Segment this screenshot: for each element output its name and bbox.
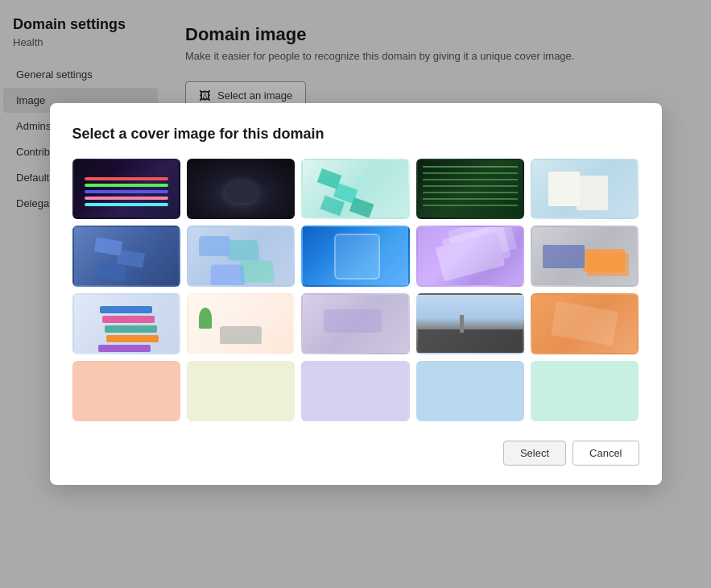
image-cell-tablet-app[interactable] xyxy=(301,226,409,287)
modal-title: Select a cover image for this domain xyxy=(72,126,639,143)
image-cell-solid-peach[interactable] xyxy=(72,361,180,422)
image-cell-spreadsheet[interactable] xyxy=(416,159,524,220)
image-cell-orange-items[interactable] xyxy=(531,293,639,354)
modal-dialog: Select a cover image for this domain Sel… xyxy=(50,103,662,485)
image-cell-notebook[interactable] xyxy=(531,159,639,220)
modal-footer: Select Cancel xyxy=(72,441,639,466)
image-cell-book-stack[interactable] xyxy=(72,293,180,354)
select-button[interactable]: Select xyxy=(503,441,566,466)
image-cell-glass-cubes[interactable] xyxy=(187,226,295,287)
image-cell-teal-blocks[interactable] xyxy=(301,159,409,220)
image-cell-solid-mint[interactable] xyxy=(531,361,639,422)
image-cell-grey-office[interactable] xyxy=(531,226,639,287)
image-cell-dark-mouse[interactable] xyxy=(187,159,295,220)
image-cell-purple-laptop[interactable] xyxy=(301,293,409,354)
cancel-button[interactable]: Cancel xyxy=(573,441,639,466)
image-cell-blue-cubes[interactable] xyxy=(72,226,180,287)
image-cell-laptop-plant[interactable] xyxy=(187,293,295,354)
image-cell-solid-lavender[interactable] xyxy=(301,361,409,422)
image-cell-solid-cream[interactable] xyxy=(187,361,295,422)
page-background: Domain settings Health General settings … xyxy=(0,0,711,588)
image-cell-code[interactable] xyxy=(72,159,180,220)
image-grid xyxy=(72,159,639,421)
image-cell-solid-lightblue[interactable] xyxy=(416,361,524,422)
image-cell-purple-papers[interactable] xyxy=(416,226,524,287)
modal-overlay: Select a cover image for this domain Sel… xyxy=(0,0,711,588)
image-cell-landscape[interactable] xyxy=(416,293,524,354)
